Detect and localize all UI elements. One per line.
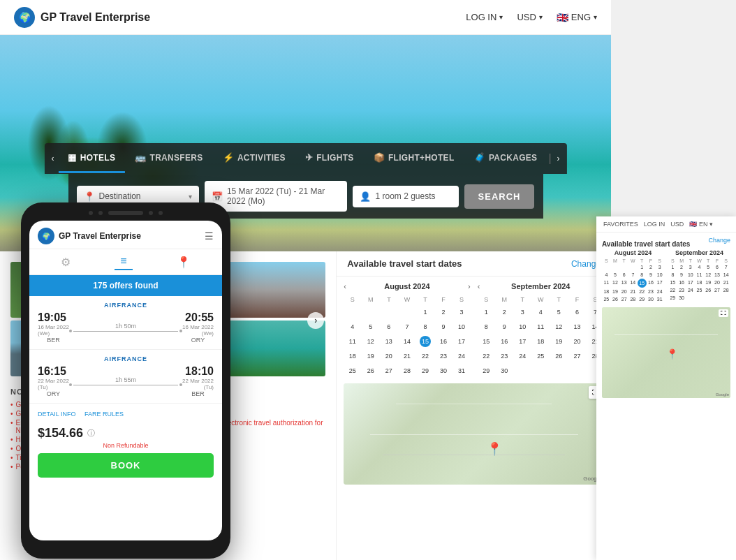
tab-flights[interactable]: ✈ FLIGHTS (295, 144, 364, 173)
map-pin: 📍 (487, 441, 502, 457)
date-field[interactable]: 📅 15 Mar 2022 (Tu) - 21 Mar 2022 (Mo) (205, 181, 348, 212)
tab-hotels[interactable]: ▦ HOTELS (58, 144, 125, 173)
mobile-fare-link[interactable]: FARE RULES (84, 411, 124, 418)
mobile-filter-tabs: ⚙ ≡ 📍 (29, 249, 222, 275)
sec-map-label: Google (716, 392, 729, 397)
sec-sep-grid: SMTWTFS 1234567 891011121314 15161718192… (668, 258, 730, 302)
flights-icon: ✈ (305, 152, 313, 163)
nav-tabs-bar: ‹ ▦ HOTELS 🚌 TRANSFERS ⚡ ACTIVITIES ✈ FL… (44, 143, 566, 174)
currency-selector[interactable]: USD ▾ (517, 12, 542, 22)
sep-grid: S M T W T F S 1 2 3 4 5 6 7 8 (478, 295, 604, 378)
photo-coastal[interactable] (223, 320, 326, 376)
guests-icon: 👤 (360, 191, 371, 202)
august-calendar: ‹ August 2024 › S M T W T F S (344, 282, 470, 378)
today-date[interactable]: 15 (420, 336, 431, 347)
mobile-dep-2: 16:15 22 Mar 2022 (Tu) ORY (38, 365, 69, 397)
hotels-icon: ▦ (68, 152, 76, 163)
aug-name: August 2024 (346, 282, 468, 290)
tab-flight-hotel[interactable]: 📦 FLIGHT+HOTEL (364, 144, 464, 173)
activities-icon: ⚡ (223, 152, 234, 163)
mobile-dur-1: 1h 50m (69, 323, 182, 332)
mobile-flight-card-2: AIRFRANCE 16:15 22 Mar 2022 (Tu) ORY 1h … (29, 350, 222, 404)
map-road-3 (383, 455, 565, 455)
sep-name: September 2024 (480, 282, 601, 290)
mobile-dep-1: 19:05 16 Mar 2022 (We) BER (38, 311, 69, 344)
photo-mountain[interactable] (223, 262, 326, 318)
notch-dot-3 (149, 211, 153, 215)
photo-next-arrow[interactable]: › (307, 312, 324, 329)
sec-login[interactable]: LOG IN (644, 221, 665, 228)
login-button[interactable]: LOG IN ▾ (466, 12, 503, 22)
map-road-1 (396, 404, 552, 404)
secondary-header: FAVORITES LOG IN USD 🇬🇧 EN ▾ (596, 216, 736, 233)
search-button[interactable]: SEARCH (464, 184, 535, 209)
map-road-2 (370, 434, 578, 435)
mobile-flight-row-2: 16:15 22 Mar 2022 (Tu) ORY 1h 55m 18:10 … (38, 365, 214, 397)
sec-header-items: FAVORITES LOG IN USD 🇬🇧 EN ▾ (603, 221, 713, 228)
mobile-airline-1: AIRFRANCE (38, 302, 214, 309)
mobile-detail-link[interactable]: DETAIL INFO (38, 411, 76, 418)
sec-aug-month: August 2024 SMTWTFS 123 45678910 1112131… (602, 249, 664, 303)
sec-map-expand[interactable]: ⛶ (719, 309, 728, 317)
destination-text: Destination (99, 191, 184, 201)
mobile-airline-2: AIRFRANCE (38, 355, 214, 362)
aug-grid: S M T W T F S 1 2 3 4 (344, 295, 470, 378)
mobile-header: 🌍 GP Travel Enterprise ☰ (29, 221, 222, 249)
mobile-dur-2: 1h 55m (69, 376, 182, 386)
sec-favorites[interactable]: FAVORITES (603, 221, 638, 228)
mobile-filter-map[interactable]: 📍 (171, 254, 196, 270)
logo-area: 🌍 GP Travel Enterprise (14, 7, 150, 28)
sec-usd[interactable]: USD (670, 221, 684, 228)
aug-next[interactable]: › (468, 282, 471, 290)
mobile-notch (29, 211, 222, 215)
sep-header: ‹ September 2024 › (478, 282, 604, 290)
secondary-panel: FAVORITES LOG IN USD 🇬🇧 EN ▾ Available t… (596, 216, 736, 560)
mobile-info-icon: ⓘ (87, 428, 95, 439)
mobile-logo-icon: 🌍 (38, 228, 54, 244)
guests-field[interactable]: 👤 1 room 2 guests (353, 186, 458, 207)
sec-change-link[interactable]: Change (708, 237, 730, 244)
sec-map-pin: 📍 (666, 348, 678, 360)
notch-dot-1 (89, 211, 93, 215)
nav-next-arrow[interactable]: › (553, 143, 564, 174)
date-text: 15 Mar 2022 (Tu) - 21 Mar 2022 (Mo) (227, 186, 341, 206)
sec-map[interactable]: 📍 ⛶ Google (602, 307, 730, 398)
mobile-logo-area: 🌍 GP Travel Enterprise (38, 228, 141, 244)
mobile-refund-status: Non Refundable (29, 442, 222, 449)
mobile-menu-icon[interactable]: ☰ (205, 230, 214, 242)
notch-dot-4 (159, 211, 163, 215)
mobile-price-row: $154.66 ⓘ (29, 422, 222, 442)
language-selector[interactable]: 🇬🇧 ENG ▾ (557, 12, 597, 23)
transfers-icon: 🚌 (135, 152, 146, 163)
secondary-content: Available travel start dates Change Augu… (596, 233, 736, 402)
sec-today[interactable]: 15 (638, 279, 647, 288)
aug-header: ‹ August 2024 › (344, 282, 470, 290)
sec-aug-grid: SMTWTFS 123 45678910 11121314151617 1819… (602, 258, 664, 303)
location-icon: 📍 (84, 191, 95, 202)
mobile-filter-list[interactable]: ≡ (115, 253, 132, 270)
nav-divider: | (547, 152, 552, 165)
sec-avail-header: Available travel start dates Change (602, 237, 730, 249)
tab-packages[interactable]: 🧳 PACKAGES (464, 144, 547, 173)
mobile-filter-sliders[interactable]: ⚙ (55, 254, 76, 270)
flag-icon: 🇬🇧 (557, 12, 568, 23)
calendar-icon: 📅 (212, 191, 223, 202)
sec-months: August 2024 SMTWTFS 123 45678910 1112131… (602, 249, 730, 303)
tab-activities[interactable]: ⚡ ACTIVITIES (213, 144, 295, 173)
mobile-flight-row-1: 19:05 16 Mar 2022 (We) BER 1h 50m 20:55 … (38, 311, 214, 344)
mobile-links: DETAIL INFO FARE RULES (29, 404, 222, 422)
september-calendar: ‹ September 2024 › S M T W T F S 1 2 (478, 282, 604, 378)
mobile-book-button[interactable]: BOOK (38, 453, 214, 478)
mobile-flight-card-1: AIRFRANCE 19:05 16 Mar 2022 (We) BER 1h … (29, 296, 222, 350)
tab-transfers[interactable]: 🚌 TRANSFERS (125, 144, 212, 173)
mobile-offers-bar: 175 offers found (29, 275, 222, 296)
mobile-arr-1: 20:55 16 Mar 2022 (We) ORY (182, 311, 214, 344)
destination-arrow: ▾ (189, 193, 192, 200)
header: 🌍 GP Travel Enterprise LOG IN ▾ USD ▾ 🇬🇧… (0, 0, 611, 35)
sec-aug-name: August 2024 (602, 249, 664, 256)
flight-hotel-icon: 📦 (374, 152, 385, 163)
sec-lang[interactable]: 🇬🇧 EN ▾ (689, 221, 713, 228)
map-area[interactable]: 📍 ⛶ Google (344, 383, 604, 485)
packages-icon: 🧳 (474, 152, 485, 163)
nav-prev-arrow[interactable]: ‹ (47, 143, 58, 174)
